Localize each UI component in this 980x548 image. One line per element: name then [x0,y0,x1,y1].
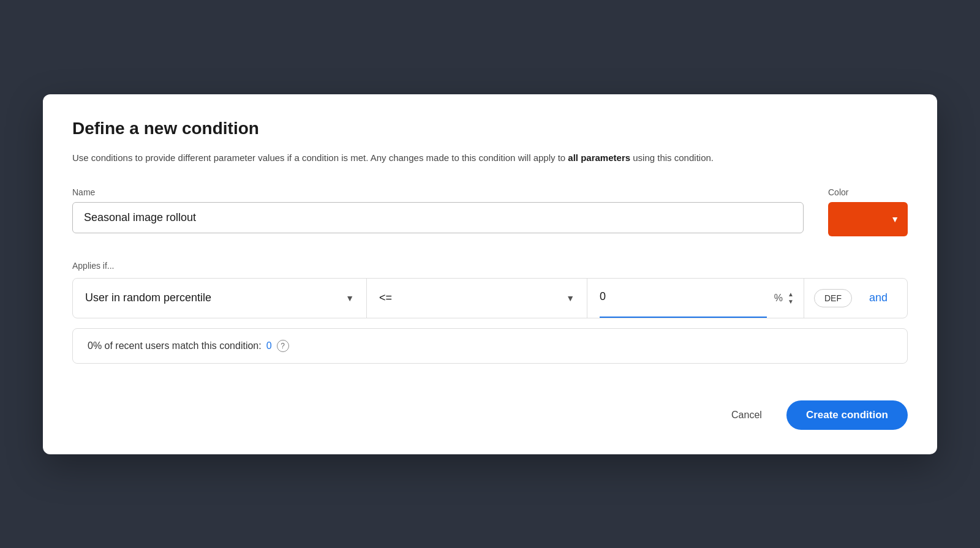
value-underline [600,317,767,318]
name-input[interactable] [72,202,804,233]
condition-operator-dropdown-icon: ▼ [566,293,575,303]
stepper-up-button[interactable]: ▲ [785,291,796,298]
modal-title: Define a new condition [72,119,908,138]
modal-description: Use conditions to provide different para… [72,151,908,165]
match-info-text: 0% of recent users match this condition: [88,340,262,351]
value-input-wrapper: % ▲ ▼ [587,279,804,318]
condition-operator-label: <= [379,291,392,304]
condition-value-input[interactable] [587,279,774,318]
value-stepper: ▲ ▼ [785,291,796,306]
condition-operator-segment[interactable]: <= ▼ [367,279,587,318]
description-text-after-bold: using this condition. [630,152,714,163]
condition-type-label: User in random percentile [85,291,211,304]
match-info-box: 0% of recent users match this condition:… [72,328,908,364]
color-dropdown-arrow-icon: ▼ [891,214,899,224]
condition-type-dropdown-icon: ▼ [345,293,354,303]
match-count: 0 [266,340,272,351]
name-label: Name [72,187,804,197]
description-bold: all parameters [568,152,630,163]
applies-label: Applies if... [72,261,908,271]
condition-extras: DEF and [804,289,907,307]
modal-footer: Cancel Create condition [72,400,908,430]
modal-container: Define a new condition Use conditions to… [43,94,937,454]
condition-value-segment: % ▲ ▼ [587,279,804,318]
color-form-group: Color ▼ [828,187,908,236]
description-text-before-bold: Use conditions to provide different para… [72,152,568,163]
help-icon[interactable]: ? [277,340,289,352]
condition-type-segment[interactable]: User in random percentile ▼ [73,279,367,318]
form-row: Name Color ▼ [72,187,908,236]
create-condition-button[interactable]: Create condition [786,400,908,430]
condition-row: User in random percentile ▼ <= ▼ % ▲ ▼ D… [72,278,908,318]
name-form-group: Name [72,187,804,233]
cancel-button[interactable]: Cancel [719,402,774,428]
percent-symbol: % [774,293,783,304]
and-link[interactable]: and [857,291,900,304]
color-label: Color [828,187,908,197]
def-button[interactable]: DEF [814,289,852,307]
stepper-down-button[interactable]: ▼ [785,298,796,306]
color-picker-button[interactable]: ▼ [828,202,908,236]
